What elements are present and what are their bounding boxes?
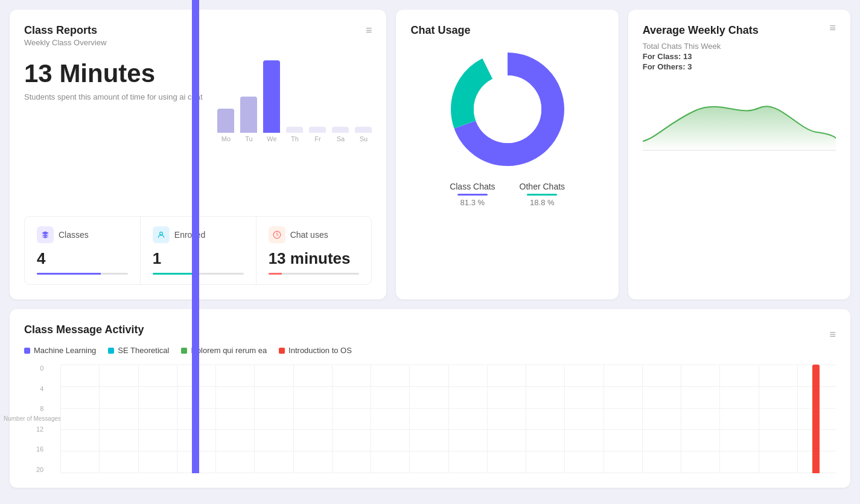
avg-weekly-title: Average Weekly Chats: [643, 24, 836, 37]
chat-usage-card: Chat Usage Class Chats 81.3 %: [396, 10, 618, 299]
section-title: Class Message Activity: [24, 324, 144, 336]
col-group-15: [642, 365, 681, 473]
os-dot: [279, 348, 285, 354]
other-chats-bar: [527, 194, 557, 196]
menu-icon[interactable]: ≡: [366, 24, 372, 37]
classes-icon: [37, 226, 54, 243]
bar-mo: Mo: [217, 109, 234, 142]
col-group-0: [60, 365, 99, 473]
col-group-14: [604, 365, 642, 473]
se-dot: [108, 348, 114, 354]
col-group-6: [293, 365, 332, 473]
col-group-4: [215, 365, 254, 473]
col-group-8: [371, 365, 409, 473]
bar-chart: Mo Tu We Th Fr: [217, 46, 372, 142]
col-group-2: [138, 365, 177, 473]
for-others: For Others: 3: [643, 62, 836, 71]
top-row: Class Reports Weekly Class Overview 13 M…: [10, 10, 850, 299]
donut-legend: Class Chats 81.3 % Other Chats 18.8 %: [410, 182, 604, 207]
svg-point-0: [159, 232, 162, 235]
y-axis: 20 16 12 8 4 0: [36, 365, 48, 473]
bar-sa: Sa: [332, 127, 349, 142]
bar-we: We: [263, 60, 280, 142]
chart-columns-container: [60, 365, 836, 473]
col-group-5: [254, 365, 293, 473]
col-group-13: [564, 365, 603, 473]
dol-dot: [181, 348, 187, 354]
chart-legend: Machine Learning SE Theoretical Dolorem …: [24, 346, 836, 355]
bar-tu: Tu: [240, 97, 257, 142]
total-chats-label: Total Chats This Week: [643, 42, 836, 51]
chat-uses-icon: [269, 226, 285, 243]
dashboard: Class Reports Weekly Class Overview 13 M…: [0, 0, 860, 497]
svg-point-4: [474, 75, 541, 143]
menu-icon-avg[interactable]: ≡: [829, 22, 836, 34]
col-group-12: [526, 365, 564, 473]
legend-os: Introduction to OS: [279, 346, 352, 355]
chat-uses-bar: [269, 273, 360, 275]
col-group-1: [99, 365, 138, 473]
ml-dot: [24, 348, 30, 354]
col-group-7: [332, 365, 371, 473]
avg-weekly-card: Average Weekly Chats ≡ Total Chats This …: [628, 10, 850, 299]
bar-fr: Fr: [309, 127, 326, 142]
line-chart-area: [643, 81, 836, 285]
col-group-11: [487, 365, 526, 473]
donut-chart: [447, 49, 568, 170]
legend-ml: Machine Learning: [24, 346, 96, 355]
col-group-18: [759, 365, 797, 473]
chat-usage-title: Chat Usage: [410, 24, 470, 37]
col-group-3: [177, 365, 215, 473]
col-group-17: [719, 365, 758, 473]
for-class: For Class: 13: [643, 52, 836, 61]
col-group-16: [681, 365, 719, 473]
col-group-10: [448, 365, 487, 473]
col-group-19: [797, 365, 836, 473]
legend-other-chats: Other Chats 18.8 %: [520, 182, 565, 207]
class-message-activity-section: Class Message Activity ≡ Machine Learnin…: [10, 309, 850, 488]
menu-icon-bottom[interactable]: ≡: [829, 328, 836, 341]
columns-inner: [60, 365, 836, 473]
y-axis-title: Number of Messages: [29, 365, 36, 473]
legend-class-chats: Class Chats 81.3 %: [450, 182, 495, 207]
classes-bar: [37, 273, 128, 275]
bar-th: Th: [286, 127, 303, 142]
stat-classes: Classes 4: [25, 217, 141, 284]
class-chats-bar: [457, 194, 488, 196]
enrolled-icon: [153, 226, 170, 243]
bar-su: Su: [355, 127, 372, 142]
col-group-9: [409, 365, 448, 473]
legend-se: SE Theoretical: [108, 346, 169, 355]
bottom-chart: Number of Messages 20 16 12 8 4 0: [24, 365, 836, 473]
stat-chat-uses: Chat uses 13 minutes: [256, 217, 372, 284]
